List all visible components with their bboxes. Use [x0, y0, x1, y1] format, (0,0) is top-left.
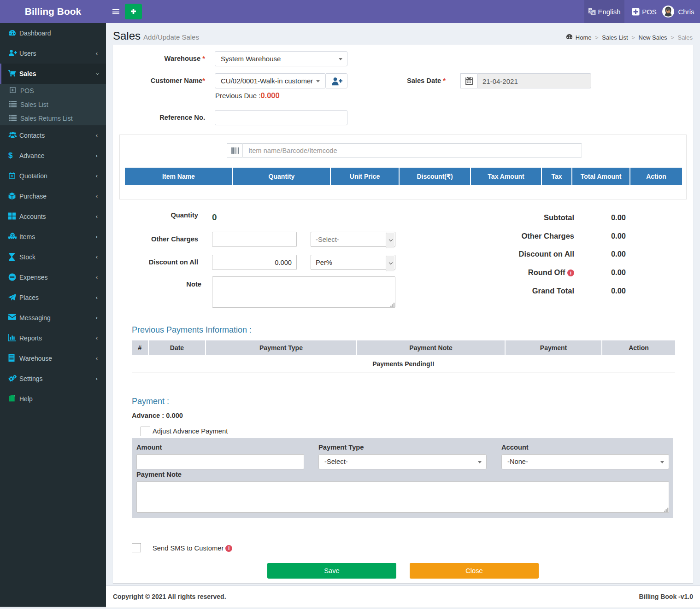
svg-text:A: A — [592, 11, 595, 15]
